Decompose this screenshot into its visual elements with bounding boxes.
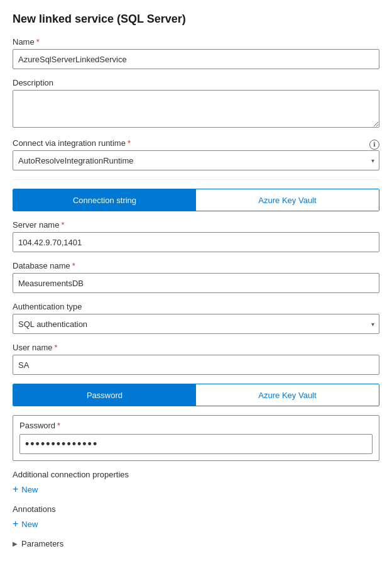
password-tab[interactable]: Password bbox=[13, 384, 196, 406]
database-name-field-group: Database name * bbox=[13, 261, 379, 293]
username-input[interactable] bbox=[13, 355, 379, 375]
username-required-star: * bbox=[55, 343, 58, 352]
parameters-chevron-icon: ▶ bbox=[13, 540, 18, 547]
username-field-group: User name * bbox=[13, 343, 379, 375]
password-input[interactable] bbox=[19, 434, 373, 454]
connection-string-tab[interactable]: Connection string bbox=[13, 189, 196, 211]
additional-props-section: Additional connection properties + New bbox=[13, 470, 379, 496]
runtime-select[interactable]: AutoResolveIntegrationRuntime bbox=[13, 150, 379, 170]
database-required-star: * bbox=[72, 261, 75, 270]
new-linked-service-panel: New linked service (SQL Server) Name * D… bbox=[0, 0, 392, 561]
parameters-section[interactable]: ▶ Parameters bbox=[13, 539, 379, 548]
divider-1 bbox=[13, 179, 379, 180]
auth-type-field-group: Authentication type SQL authentication W… bbox=[13, 302, 379, 334]
auth-type-select[interactable]: SQL authentication Windows authenticatio… bbox=[13, 314, 379, 334]
name-field-group: Name * bbox=[13, 37, 379, 69]
description-label: Description bbox=[13, 78, 379, 87]
description-textarea[interactable] bbox=[13, 90, 379, 128]
password-required-star: * bbox=[57, 421, 60, 430]
info-icon[interactable]: ℹ bbox=[369, 140, 379, 150]
database-name-input[interactable] bbox=[13, 273, 379, 293]
name-label: Name * bbox=[13, 37, 379, 47]
auth-type-select-wrapper: SQL authentication Windows authenticatio… bbox=[13, 314, 379, 334]
runtime-select-wrapper: AutoResolveIntegrationRuntime ▾ bbox=[13, 150, 379, 170]
password-tab-row: Password Azure Key Vault bbox=[13, 384, 379, 406]
panel-title: New linked service (SQL Server) bbox=[13, 13, 379, 26]
password-field-wrapper: Password * bbox=[13, 415, 379, 461]
auth-type-label: Authentication type bbox=[13, 302, 379, 311]
server-name-field-group: Server name * bbox=[13, 220, 379, 252]
server-required-star: * bbox=[61, 220, 64, 230]
parameters-label: Parameters bbox=[21, 539, 63, 548]
runtime-field-group: Connect via integration runtime * ℹ Auto… bbox=[13, 138, 379, 170]
azure-key-vault-tab-connection[interactable]: Azure Key Vault bbox=[196, 189, 379, 211]
annotations-label: Annotations bbox=[13, 504, 379, 514]
additional-props-label: Additional connection properties bbox=[13, 470, 379, 479]
annotations-section: Annotations + New bbox=[13, 504, 379, 530]
add-annotation-button[interactable]: + New bbox=[13, 518, 38, 530]
add-annotation-plus-icon: + bbox=[13, 519, 18, 529]
connection-tab-row: Connection string Azure Key Vault bbox=[13, 189, 379, 211]
server-name-input[interactable] bbox=[13, 232, 379, 252]
azure-key-vault-tab-password[interactable]: Azure Key Vault bbox=[196, 384, 379, 406]
description-field-group: Description bbox=[13, 78, 379, 130]
add-connection-prop-button[interactable]: + New bbox=[13, 483, 38, 496]
name-input[interactable] bbox=[13, 49, 379, 69]
runtime-required-star: * bbox=[128, 138, 131, 148]
name-required-star: * bbox=[36, 37, 40, 47]
add-connection-prop-plus-icon: + bbox=[13, 484, 18, 494]
